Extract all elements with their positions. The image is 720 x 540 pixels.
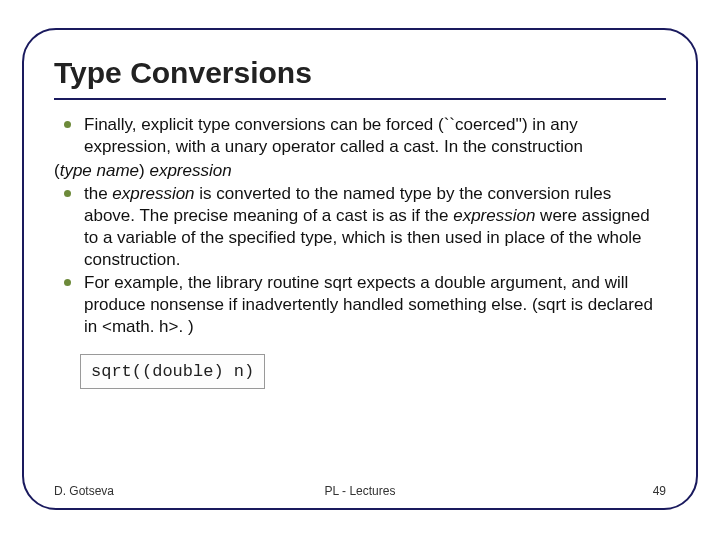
slide-footer: D. Gotseva PL - Lectures 49	[54, 484, 666, 498]
footer-title: PL - Lectures	[54, 484, 666, 498]
footer-author: D. Gotseva	[54, 484, 114, 498]
footer-page: 49	[653, 484, 666, 498]
slide-content: Finally, explicit type conversions can b…	[54, 114, 666, 389]
syntax-expression: expression	[149, 161, 231, 180]
bullet-2: the expression is converted to the named…	[54, 183, 666, 270]
slide-title: Type Conversions	[54, 56, 666, 90]
bullet-2-em2: expression	[453, 206, 535, 225]
slide-frame: Type Conversions Finally, explicit type …	[22, 28, 698, 510]
slide: Type Conversions Finally, explicit type …	[0, 0, 720, 540]
syntax-close: )	[139, 161, 149, 180]
bullet-2-pre: the	[84, 184, 112, 203]
code-block: sqrt((double) n)	[80, 354, 265, 390]
bullet-1: Finally, explicit type conversions can b…	[54, 114, 666, 158]
syntax-line: (type name) expression	[54, 160, 666, 182]
bullet-3: For example, the library routine sqrt ex…	[54, 272, 666, 337]
bullet-2-em1: expression	[112, 184, 194, 203]
title-divider	[54, 98, 666, 100]
syntax-type-name: type name	[60, 161, 139, 180]
